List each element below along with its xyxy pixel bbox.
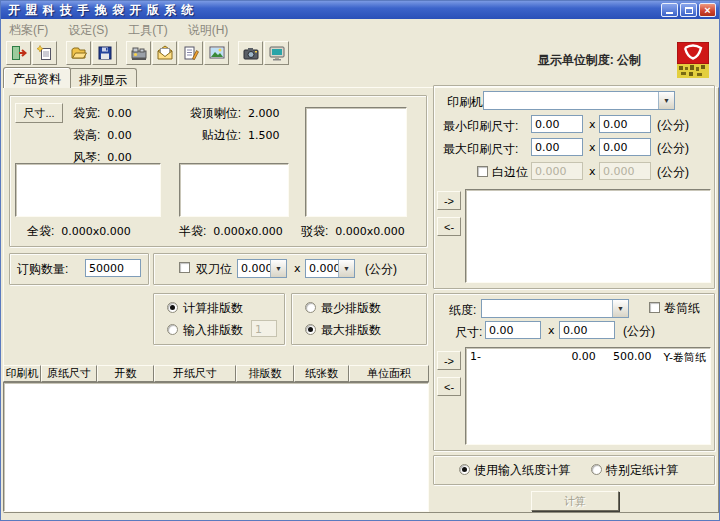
col-printer[interactable]: 印刷机 <box>3 365 41 382</box>
white-edge-height-input[interactable]: 0.000 <box>599 162 651 180</box>
paper-remove-button[interactable]: <- <box>437 377 461 396</box>
knife-unit-label: (公分) <box>365 261 397 278</box>
input-layout-radio[interactable] <box>167 324 178 335</box>
new-icon <box>37 45 53 61</box>
tab-product-info[interactable]: 产品资料 <box>3 67 71 88</box>
paper-x-separator: x <box>548 324 555 337</box>
full-bag-value: 0.000x0.000 <box>61 225 131 238</box>
printer-add-button[interactable]: -> <box>437 191 461 210</box>
menu-settings[interactable]: 设定(S) <box>68 22 108 36</box>
max-print-height-input[interactable]: 0.00 <box>599 138 651 156</box>
menu-help[interactable]: 说明(H) <box>188 22 229 36</box>
snapshot-button[interactable] <box>238 41 263 65</box>
paper-item-height: 500.00 <box>596 350 652 365</box>
glue-edge-value: 1.500 <box>248 129 280 142</box>
paper-setup-button[interactable] <box>152 41 177 65</box>
open-button[interactable] <box>66 41 91 65</box>
min-print-width-input[interactable]: 0.00 <box>531 115 583 133</box>
paper-combo-value <box>482 300 612 317</box>
half-bag-row: 半袋: 0.000x0.000 <box>179 223 283 240</box>
chevron-down-icon[interactable]: ▼ <box>612 300 628 317</box>
double-knife-height-combo[interactable]: 0.000 ▼ <box>305 259 355 278</box>
chevron-down-icon[interactable]: ▼ <box>270 260 286 277</box>
input-layout-label: 输入排版数 <box>183 322 243 339</box>
tab-product-label: 产品资料 <box>13 72 61 86</box>
roll-paper-checkbox[interactable] <box>649 302 660 313</box>
order-qty-input[interactable]: 50000 <box>85 259 141 277</box>
knife-x-separator: x <box>294 262 301 275</box>
glue-edge-row: 贴边位: 1.500 <box>179 127 280 144</box>
paper-item-name: 1- <box>470 350 546 365</box>
printer-combo[interactable]: ▼ <box>483 91 675 110</box>
arrow-right-icon: -> <box>444 195 454 207</box>
printer-list[interactable] <box>465 189 711 283</box>
save-button[interactable] <box>92 41 117 65</box>
col-sheet-count[interactable]: 纸张数 <box>294 365 349 382</box>
paper-width-input[interactable]: 0.00 <box>485 321 541 339</box>
tab-layout-display[interactable]: 排列显示 <box>69 68 137 88</box>
menu-tools[interactable]: 工具(T) <box>128 22 167 36</box>
double-knife-width-combo[interactable]: 0.000 ▼ <box>237 259 287 278</box>
white-edge-width-input[interactable]: 0.000 <box>531 162 583 180</box>
col-layout-count[interactable]: 排版数 <box>236 365 294 382</box>
printer-remove-button[interactable]: <- <box>437 217 461 236</box>
chevron-down-icon[interactable]: ▼ <box>658 92 674 109</box>
col-cut-count[interactable]: 开数 <box>97 365 154 382</box>
min-layout-radio[interactable] <box>305 302 316 313</box>
app-window: 开 盟 科 技 手 挽 袋 开 版 系 统 × 档案(F) 设定(S) 工具(T… <box>0 0 720 521</box>
open-folder-icon <box>71 45 87 61</box>
paper-list[interactable]: 1- 0.00 500.00 Y-卷筒纸 <box>465 347 711 445</box>
new-button[interactable] <box>32 41 57 65</box>
logo-icon <box>677 42 709 78</box>
paper-height-input[interactable]: 0.00 <box>559 321 615 339</box>
col-unit-area[interactable]: 单位面积 <box>349 365 429 382</box>
arrow-left-icon: <- <box>444 381 454 393</box>
input-layout-value[interactable]: 1 <box>251 320 277 337</box>
white-edge-label: 白边位 <box>492 164 528 181</box>
company-logo <box>677 42 709 81</box>
top-fold-label: 袋顶喇位: <box>179 105 241 122</box>
close-button[interactable]: × <box>699 3 716 17</box>
max-print-label: 最大印刷尺寸: <box>443 141 518 158</box>
min-print-height-input[interactable]: 0.00 <box>599 115 651 133</box>
result-list[interactable] <box>3 382 429 512</box>
white-edge-checkbox[interactable] <box>477 166 488 177</box>
menu-bar: 档案(F) 设定(S) 工具(T) 说明(H) <box>1 19 719 39</box>
special-paper-radio[interactable] <box>591 464 602 475</box>
max-layout-radio[interactable] <box>305 324 316 335</box>
double-knife-label: 双刀位 <box>196 261 232 278</box>
col-cut-size[interactable]: 开纸尺寸 <box>154 365 236 382</box>
paper-list-item[interactable]: 1- 0.00 500.00 Y-卷筒纸 <box>466 348 710 367</box>
bag-height-row: 袋高: 0.00 <box>73 127 132 144</box>
notepad-pencil-icon <box>183 45 199 61</box>
menu-file[interactable]: 档案(F) <box>9 22 48 36</box>
size-button[interactable]: 尺寸... <box>15 103 63 123</box>
maximize-button[interactable] <box>680 3 697 17</box>
half-bag-value: 0.000x0.000 <box>213 225 283 238</box>
mail-icon <box>157 45 173 61</box>
paper-size-label: 尺寸: <box>455 324 482 341</box>
white-x-separator: x <box>589 165 596 178</box>
top-fold-value: 2.000 <box>248 107 280 120</box>
chevron-down-icon[interactable]: ▼ <box>338 260 354 277</box>
half-bag-label: 半袋: <box>179 223 206 240</box>
col-paper-size[interactable]: 原纸尺寸 <box>41 365 97 382</box>
edit-notes-button[interactable] <box>178 41 203 65</box>
display-button[interactable] <box>264 41 289 65</box>
preview-button[interactable] <box>204 41 229 65</box>
max-print-width-input[interactable]: 0.00 <box>531 138 583 156</box>
paper-add-button[interactable]: -> <box>437 351 461 370</box>
unit-system-status: 显示单位制度: 公制 <box>471 52 641 69</box>
exit-button[interactable] <box>6 41 31 65</box>
minimize-button[interactable] <box>661 3 678 17</box>
calc-layout-radio[interactable] <box>167 302 178 313</box>
title-bar[interactable]: 开 盟 科 技 手 挽 袋 开 版 系 统 × <box>1 1 719 19</box>
arrow-left-icon: <- <box>444 221 454 233</box>
use-input-paper-radio[interactable] <box>459 464 470 475</box>
machine-setup-button[interactable] <box>126 41 151 65</box>
min-print-label: 最小印刷尺寸: <box>443 118 518 135</box>
paper-combo[interactable]: ▼ <box>481 299 629 318</box>
joined-bag-preview <box>305 107 407 217</box>
calculate-button[interactable]: 计算 <box>531 491 619 511</box>
double-knife-checkbox[interactable] <box>179 262 190 273</box>
